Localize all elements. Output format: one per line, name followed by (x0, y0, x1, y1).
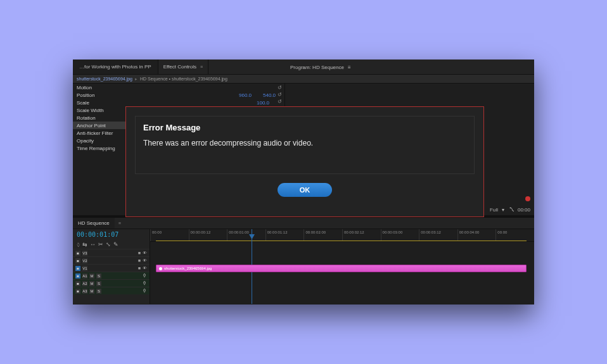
track-target-toggle[interactable]: A1 (82, 273, 87, 279)
zoom-fit-label[interactable]: Full (490, 207, 498, 213)
track-target-toggle[interactable]: V3 (82, 251, 87, 256)
track-target-toggle[interactable]: V1 (82, 266, 87, 271)
ruler-tick[interactable]: 00:00:02:00 (304, 229, 342, 241)
dialog-message: There was an error decompressing audio o… (143, 139, 466, 147)
monitor-controls: Full ▾ 00:00 (490, 207, 530, 213)
lock-icon[interactable]: ■ (138, 258, 141, 263)
solo-toggle[interactable]: S (96, 281, 101, 286)
track-headers: ■V3■👁■V2■👁■V1■👁■A1MS🎙■A2MS🎙■A3MS🎙 (73, 249, 150, 304)
track-source-toggle[interactable]: ■ (75, 289, 80, 294)
track-header-a2[interactable]: ■A2MS🎙 (73, 279, 150, 287)
track-source-toggle[interactable]: ■ (75, 273, 80, 279)
ruler-tick[interactable]: 00:00 (150, 229, 189, 241)
effect-controls-label: Effect Controls (163, 64, 196, 70)
mute-toggle[interactable]: M (89, 281, 94, 286)
timeline-canvas[interactable]: 00:0000:00:00:1200:00:01:0000:00:01:1200… (150, 229, 534, 304)
effect-row-motion[interactable]: Motion (73, 84, 284, 91)
timeline-panel-menu-icon[interactable]: ≡ (118, 221, 121, 225)
program-panel-menu-icon[interactable]: ≡ (348, 65, 351, 70)
dialog-body: Error Message There was an error decompr… (135, 116, 475, 174)
link-icon[interactable]: ⇆ (82, 241, 87, 248)
mute-toggle[interactable]: M (89, 273, 94, 279)
playhead-timecode[interactable]: 00:00:01:07 (73, 229, 150, 240)
timeline-tools: ⎀ ⇆ ↔ ✂ ⤡ ✎ (73, 240, 150, 249)
track-header-v1[interactable]: ■V1■👁 (73, 264, 150, 272)
snap-icon[interactable]: ⎀ (77, 241, 80, 248)
lock-icon[interactable]: ■ (138, 251, 141, 255)
sequence-tab[interactable]: HD Sequence (73, 218, 115, 229)
razor-icon[interactable]: ✂ (98, 241, 103, 248)
ok-button[interactable]: OK (278, 183, 332, 197)
timeline-left: 00:00:01:07 ⎀ ⇆ ↔ ✂ ⤡ ✎ ■V3■👁■V2■👁■V1■👁■… (73, 229, 150, 304)
work-area-bar[interactable] (156, 241, 527, 241)
track-source-toggle[interactable]: ■ (75, 266, 80, 271)
ruler-tick[interactable]: 00:00:03:00 (381, 229, 419, 241)
eye-icon[interactable]: 👁 (143, 266, 147, 270)
track-v1-lane[interactable]: shutterstock_239465694.jpg (156, 265, 527, 272)
ruler-tick[interactable]: 00:00:00:12 (189, 229, 227, 241)
ruler-tick[interactable]: 00:00:03:12 (419, 229, 457, 241)
marker-icon[interactable]: ↔ (90, 241, 96, 248)
error-dialog: Error Message There was an error decompr… (125, 106, 484, 217)
program-tab[interactable]: Program: HD Sequence ≡ (285, 60, 356, 75)
solo-toggle[interactable]: S (96, 289, 101, 294)
ruler-tick[interactable]: 00:00:02:12 (342, 229, 381, 241)
track-target-toggle[interactable]: A2 (82, 281, 87, 286)
wrench-icon[interactable]: ✎ (113, 241, 118, 248)
track-source-toggle[interactable]: ■ (75, 281, 80, 286)
track-header-v2[interactable]: ■V2■👁 (73, 256, 150, 264)
track-source-toggle[interactable]: ■ (75, 258, 80, 263)
lock-icon[interactable]: ■ (138, 266, 141, 270)
mic-icon[interactable]: 🎙 (143, 289, 147, 293)
mic-icon[interactable]: 🎙 (143, 273, 147, 278)
mic-icon[interactable]: 🎙 (143, 281, 147, 286)
video-clip[interactable]: shutterstock_239465694.jpg (156, 265, 527, 272)
eye-icon[interactable]: 👁 (143, 251, 147, 255)
effect-label: Motion (77, 85, 281, 91)
ruler-tick[interactable]: 00:00:01:00 (227, 229, 265, 241)
chevron-down-icon[interactable]: ▾ (502, 207, 504, 213)
top-bar: …for Working with Photos in PP Effect Co… (73, 60, 534, 75)
effect-value-x[interactable]: 960.0 (239, 92, 263, 98)
ruler-tick[interactable]: 00:00:04:00 (457, 229, 496, 241)
chevron-right-icon: ▸ (135, 77, 137, 82)
monitor-timecode: 00:00 (518, 207, 530, 213)
dialog-title: Error Message (143, 123, 466, 132)
clip-label: shutterstock_239465694.jpg (164, 267, 212, 270)
timeline-header: HD Sequence ≡ (73, 218, 534, 229)
breadcrumb-target: HD Sequence • shutterstock_239465694.jpg (140, 77, 227, 81)
effect-label: Position (77, 92, 239, 98)
reset-icon[interactable]: ↺ (278, 85, 282, 91)
program-tab-label: Program: HD Sequence (290, 65, 344, 70)
timeline-panel: 00:00:01:07 ⎀ ⇆ ↔ ✂ ⤡ ✎ ■V3■👁■V2■👁■V1■👁■… (73, 229, 534, 304)
mute-toggle[interactable]: M (89, 289, 94, 294)
effect-label: Scale (77, 100, 257, 106)
track-header-a1[interactable]: ■A1MS🎙 (73, 272, 150, 279)
effect-row-position[interactable]: Position960.0540.0 (73, 91, 284, 99)
clip-breadcrumb: shutterstock_239465694.jpg ▸ HD Sequence… (73, 75, 534, 84)
eye-icon[interactable]: 👁 (143, 258, 147, 263)
source-tab-label: …for Working with Photos in PP (79, 64, 151, 70)
track-header-a3[interactable]: ■A3MS🎙 (73, 287, 150, 294)
panel-menu-icon[interactable]: ≡ (200, 65, 203, 69)
track-source-toggle[interactable]: ■ (75, 251, 80, 256)
sequence-tab-label: HD Sequence (78, 220, 110, 226)
record-icon[interactable] (525, 196, 530, 201)
source-tab[interactable]: …for Working with Photos in PP (73, 60, 158, 74)
ruler-tick[interactable]: 00:00 (495, 229, 534, 241)
wrench-icon[interactable] (508, 207, 514, 213)
solo-toggle[interactable]: S (96, 273, 101, 279)
effect-row-scale[interactable]: Scale100.0 (73, 99, 284, 106)
track-header-v3[interactable]: ■V3■👁 (73, 249, 150, 256)
ruler-tick[interactable]: 00:00:01:12 (265, 229, 304, 241)
track-target-toggle[interactable]: A3 (82, 289, 87, 294)
clip-fx-icon (159, 267, 162, 270)
track-target-toggle[interactable]: V2 (82, 258, 87, 263)
reset-icon[interactable]: ↺ (278, 92, 282, 97)
reset-icon[interactable]: ↺ (278, 99, 282, 104)
breadcrumb-source[interactable]: shutterstock_239465694.jpg (77, 77, 132, 81)
time-ruler[interactable]: 00:0000:00:00:1200:00:01:0000:00:01:1200… (150, 229, 534, 242)
effect-controls-tab[interactable]: Effect Controls ≡ (158, 60, 208, 74)
settings-icon[interactable]: ⤡ (106, 241, 111, 248)
